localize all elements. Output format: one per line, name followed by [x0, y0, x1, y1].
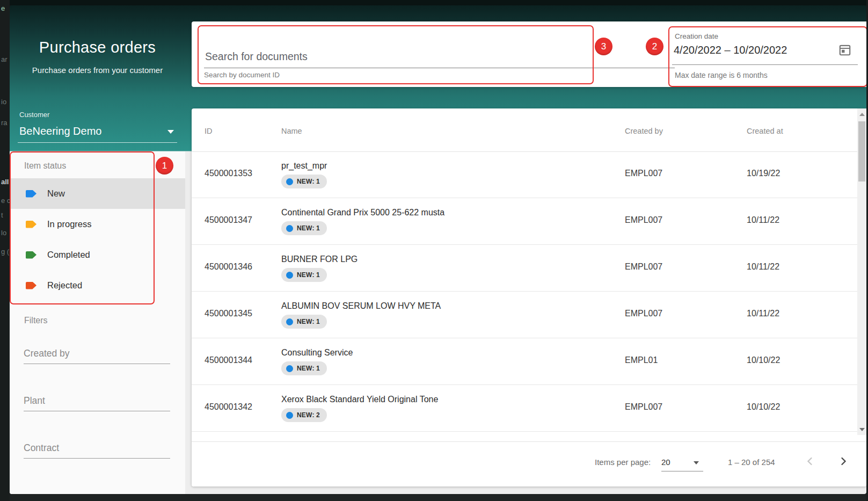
filter-field [24, 440, 170, 459]
status-badge-text: NEW: 1 [297, 318, 320, 325]
cell-name: Xerox Black Standard Yield Original Tone [281, 395, 438, 404]
background-text-fragment: g ( [1, 248, 9, 256]
creation-date-underline [672, 64, 858, 65]
status-dot-icon [286, 318, 293, 325]
status-dot-icon [286, 178, 293, 185]
scroll-up-icon[interactable] [857, 110, 866, 119]
status-tag-icon [26, 282, 37, 289]
table-row[interactable]: 4500001346 BURNER FOR LPG NEW: 1 EMPL007… [192, 245, 857, 292]
cell-id: 4500001344 [205, 355, 252, 365]
cell-name: ALBUMIN BOV SERUM LOW HVY META [281, 301, 441, 311]
table-row[interactable]: 4500001347 Continental Grand Prix 5000 2… [192, 198, 857, 245]
scrollbar-thumb[interactable] [858, 121, 865, 181]
status-dot-icon [286, 225, 293, 232]
cell-created-at: 10/11/22 [747, 215, 779, 225]
column-header-name: Name [281, 127, 302, 135]
items-per-page-select[interactable]: 20 [661, 454, 703, 471]
cell-id: 4500001353 [205, 169, 252, 178]
cell-created-by: EMPL007 [625, 262, 662, 272]
status-dot-icon [286, 412, 293, 419]
status-item-label: Rejected [47, 280, 82, 291]
cell-created-at: 10/19/22 [747, 169, 780, 178]
cell-created-at: 10/10/22 [747, 355, 780, 365]
table-header: ID Name Created by Created at [192, 108, 866, 152]
calendar-icon[interactable] [838, 43, 853, 58]
status-badge: NEW: 1 [281, 221, 327, 235]
status-tag-icon [26, 190, 37, 198]
filter-input[interactable] [24, 393, 170, 411]
item-status-list: New In progress Completed Rejected [10, 178, 185, 301]
search-input[interactable] [204, 45, 675, 68]
cell-name: BURNER FOR LPG [281, 255, 358, 264]
table-body: 4500001353 pr_test_mpr NEW: 1 EMPL007 10… [192, 151, 857, 432]
cell-created-at: 10/11/22 [747, 262, 779, 272]
status-dot-icon [286, 365, 293, 372]
filter-field [24, 346, 170, 364]
customer-underline [18, 142, 177, 143]
previous-page-button[interactable] [801, 453, 819, 470]
background-page-fragments: earioraalle ctlog ( [0, 0, 10, 501]
filter-input[interactable] [24, 440, 170, 459]
filter-field [24, 393, 170, 411]
chevron-down-icon [167, 130, 174, 134]
vertical-scrollbar[interactable] [857, 108, 866, 435]
status-item-label: In progress [47, 219, 92, 229]
cell-created-by: EMPL007 [625, 215, 662, 225]
cell-name: Consulting Service [281, 348, 353, 358]
cell-name: Continental Grand Prix 5000 25-622 musta [281, 208, 444, 217]
customer-select[interactable]: BeNeering Demo [19, 122, 177, 142]
status-item[interactable]: New [10, 178, 185, 209]
status-badge-text: NEW: 1 [297, 178, 320, 185]
pagination-range: 1 – 20 of 254 [728, 458, 775, 467]
status-badge-text: NEW: 1 [297, 271, 320, 279]
status-badge: NEW: 1 [281, 175, 327, 188]
column-header-created-by: Created by [625, 127, 663, 135]
background-text-fragment: ra [1, 119, 8, 127]
page-title: Purchase orders [10, 39, 185, 56]
sidebar-filter-panel: Item status New In progress Completed [10, 151, 185, 494]
table-row[interactable]: 4500001353 pr_test_mpr NEW: 1 EMPL007 10… [192, 151, 857, 198]
status-tag-icon [26, 251, 37, 259]
backdrop-top-bar [0, 0, 868, 5]
next-page-button[interactable] [835, 453, 852, 470]
status-item[interactable]: Rejected [10, 270, 185, 301]
background-text-fragment: e [1, 4, 5, 12]
backdrop-bottom-bar [0, 494, 868, 501]
background-text-fragment: all [1, 178, 9, 186]
status-item[interactable]: In progress [10, 209, 185, 239]
table-row[interactable]: 4500001342 Xerox Black Standard Yield Or… [192, 385, 857, 432]
sidebar: Purchase orders Purchase orders from you… [10, 5, 185, 494]
column-header-created-at: Created at [747, 127, 783, 135]
filter-input[interactable] [24, 346, 170, 364]
cell-id: 4500001347 [205, 215, 252, 225]
cell-id: 4500001342 [205, 402, 252, 412]
status-badge: NEW: 1 [281, 315, 327, 329]
status-item[interactable]: Completed [10, 239, 185, 270]
status-tag-icon [26, 221, 37, 228]
status-dot-icon [286, 272, 293, 279]
items-per-page-value: 20 [661, 458, 670, 467]
customer-label: Customer [19, 111, 49, 119]
table-row[interactable]: 4500001345 ALBUMIN BOV SERUM LOW HVY MET… [192, 292, 857, 338]
status-item-label: Completed [47, 250, 90, 260]
items-per-page-label: Items per page: [595, 458, 651, 467]
cell-created-by: EMPL007 [625, 402, 662, 412]
cell-created-by: EMPL01 [625, 355, 658, 365]
status-item-label: New [47, 188, 65, 199]
scroll-down-icon[interactable] [857, 425, 866, 434]
customer-value: BeNeering Demo [19, 125, 101, 137]
cell-created-by: EMPL007 [625, 309, 662, 318]
table-row[interactable]: 4500001344 Consulting Service NEW: 1 EMP… [192, 338, 857, 385]
purchase-orders-table-card: ID Name Created by Created at 4500001353… [192, 108, 866, 487]
pagination-bar: Items per page: 20 1 – 20 of 254 [192, 441, 866, 487]
cell-id: 4500001346 [205, 262, 252, 272]
column-header-id: ID [205, 127, 213, 135]
background-text-fragment: io [1, 98, 6, 106]
filters-label: Filters [24, 316, 48, 325]
cell-name: pr_test_mpr [281, 161, 327, 171]
cell-created-at: 10/11/22 [747, 309, 779, 318]
purchase-orders-dialog: Purchase orders Purchase orders from you… [10, 5, 866, 494]
status-badge: NEW: 1 [281, 268, 327, 282]
creation-date-hint: Max date range is 6 months [675, 71, 768, 79]
creation-date-value[interactable]: 4/20/2022 – 10/20/2022 [674, 44, 787, 56]
